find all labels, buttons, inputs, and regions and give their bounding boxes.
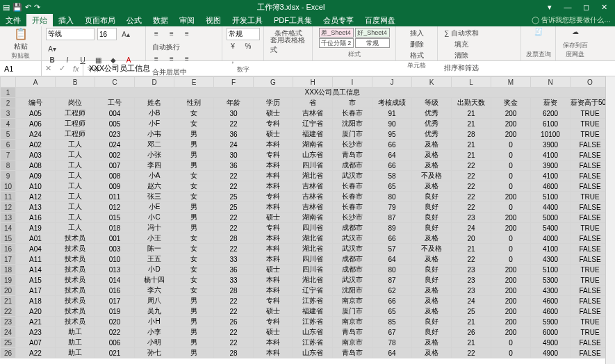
data-cell[interactable]: 工人 (56, 181, 95, 192)
data-cell[interactable]: FALSE (571, 348, 610, 358)
data-cell[interactable]: 男 (174, 160, 214, 171)
data-cell[interactable]: 武汉市 (333, 244, 372, 254)
data-cell[interactable]: FALSE (571, 244, 610, 254)
data-cell[interactable]: 22 (452, 202, 491, 213)
col-header[interactable]: N (531, 77, 571, 88)
data-cell[interactable]: 及格 (412, 160, 452, 171)
data-cell[interactable]: 65 (372, 306, 412, 317)
data-cell[interactable]: 长春市 (333, 202, 372, 213)
data-cell[interactable]: 男 (174, 140, 214, 150)
data-cell[interactable]: 015 (95, 213, 135, 223)
data-cell[interactable]: 65 (372, 181, 412, 192)
data-cell[interactable]: 及格 (412, 348, 452, 358)
data-cell[interactable]: TRUE (571, 275, 610, 286)
data-cell[interactable]: 优秀 (412, 108, 452, 119)
data-cell[interactable]: 四川省 (293, 265, 333, 275)
data-cell[interactable]: 36 (214, 129, 254, 140)
data-cell[interactable]: 21 (452, 119, 491, 129)
data-cell[interactable]: 007 (95, 160, 135, 171)
col-header[interactable]: F (214, 77, 254, 88)
data-cell[interactable]: 005 (95, 119, 135, 129)
tab-8[interactable]: 开发工具 (227, 14, 268, 27)
vertical-scrollbar[interactable] (605, 76, 615, 364)
data-cell[interactable]: 4000 (531, 233, 571, 244)
data-cell[interactable]: 湖南省 (293, 213, 333, 223)
data-cell[interactable]: 5100 (531, 192, 571, 202)
data-cell[interactable]: 019 (95, 306, 135, 317)
data-cell[interactable]: 专科 (254, 223, 293, 233)
data-cell[interactable]: 22 (452, 171, 491, 181)
row-header[interactable]: 8 (1, 160, 16, 171)
worksheet-grid[interactable]: ABCDEFGHIJKLMNOP1XXX公司员工信息2编号岗位工号姓名性别年龄学… (0, 76, 615, 364)
data-cell[interactable]: TRUE (571, 119, 610, 129)
data-cell[interactable]: 200 (491, 265, 531, 275)
data-cell[interactable]: 24 (452, 296, 491, 306)
data-cell[interactable]: 25 (214, 192, 254, 202)
data-cell[interactable]: 30 (214, 150, 254, 160)
data-cell[interactable]: 技术员 (56, 233, 95, 244)
data-cell[interactable]: 良好 (412, 192, 452, 202)
data-cell[interactable]: 工人 (56, 140, 95, 150)
data-cell[interactable]: 男 (174, 129, 214, 140)
style-normal[interactable]: 常规 (355, 38, 390, 48)
data-cell[interactable]: 男 (174, 223, 214, 233)
data-cell[interactable]: 013 (95, 265, 135, 275)
col-header[interactable]: D (135, 77, 174, 88)
data-cell[interactable]: 5100 (531, 265, 571, 275)
row-header[interactable]: 14 (1, 223, 16, 233)
data-cell[interactable]: 4300 (531, 286, 571, 296)
data-cell[interactable]: 李六 (135, 286, 174, 296)
data-cell[interactable]: 及格 (412, 140, 452, 150)
tab-0[interactable]: 文件 (0, 14, 26, 27)
tab-2[interactable]: 插入 (53, 14, 79, 27)
increase-font-icon[interactable]: A▴ (120, 28, 132, 40)
data-cell[interactable]: 200 (491, 213, 531, 223)
header-cell[interactable]: 考核成绩 (372, 98, 412, 108)
data-cell[interactable]: 87 (372, 213, 412, 223)
data-cell[interactable]: A14 (16, 265, 56, 275)
data-cell[interactable]: 硕士 (254, 306, 293, 317)
data-cell[interactable]: 008 (95, 171, 135, 181)
row-header[interactable]: 2 (1, 98, 16, 108)
paste-button[interactable]: 📋 (12, 28, 30, 39)
data-cell[interactable]: 22 (214, 181, 254, 192)
data-cell[interactable]: 江苏省 (293, 338, 333, 348)
data-cell[interactable]: 26 (452, 327, 491, 338)
data-cell[interactable]: 女 (174, 171, 214, 181)
data-cell[interactable]: 成都市 (333, 160, 372, 171)
data-cell[interactable]: 硕士 (254, 265, 293, 275)
data-cell[interactable]: 24 (214, 140, 254, 150)
data-cell[interactable]: 本科 (254, 202, 293, 213)
data-cell[interactable]: 男 (174, 338, 214, 348)
data-cell[interactable]: 001 (95, 233, 135, 244)
data-cell[interactable]: A03 (16, 150, 56, 160)
data-cell[interactable]: FALSE (571, 171, 610, 181)
col-header[interactable]: C (95, 77, 135, 88)
data-cell[interactable]: TRUE (571, 317, 610, 327)
data-cell[interactable]: FALSE (571, 181, 610, 192)
data-cell[interactable]: 男 (174, 306, 214, 317)
data-cell[interactable]: 武汉市 (333, 233, 372, 244)
data-cell[interactable]: 66 (372, 296, 412, 306)
data-cell[interactable]: A15 (16, 275, 56, 286)
data-cell[interactable]: 及格 (412, 306, 452, 317)
data-cell[interactable]: 成都市 (333, 254, 372, 265)
data-cell[interactable]: 杨十四 (135, 275, 174, 286)
data-cell[interactable]: 002 (95, 150, 135, 160)
data-cell[interactable]: 4100 (531, 171, 571, 181)
data-cell[interactable]: 66 (372, 140, 412, 150)
align-top-icon[interactable]: ≡ (150, 28, 163, 39)
header-cell[interactable]: 薪资高于5000 (571, 98, 610, 108)
style-bad[interactable]: 差_Sheet4 (319, 28, 354, 38)
data-cell[interactable]: 25 (452, 306, 491, 317)
data-cell[interactable]: 良好 (412, 317, 452, 327)
header-cell[interactable]: 省 (293, 98, 333, 108)
data-cell[interactable]: 80 (372, 265, 412, 275)
data-cell[interactable]: 及格 (412, 338, 452, 348)
data-cell[interactable]: A11 (16, 254, 56, 265)
data-cell[interactable]: 青岛市 (333, 348, 372, 358)
data-cell[interactable]: 男 (174, 213, 214, 223)
row-header[interactable]: 6 (1, 140, 16, 150)
data-cell[interactable]: 87 (372, 275, 412, 286)
data-cell[interactable]: 助工 (56, 338, 95, 348)
